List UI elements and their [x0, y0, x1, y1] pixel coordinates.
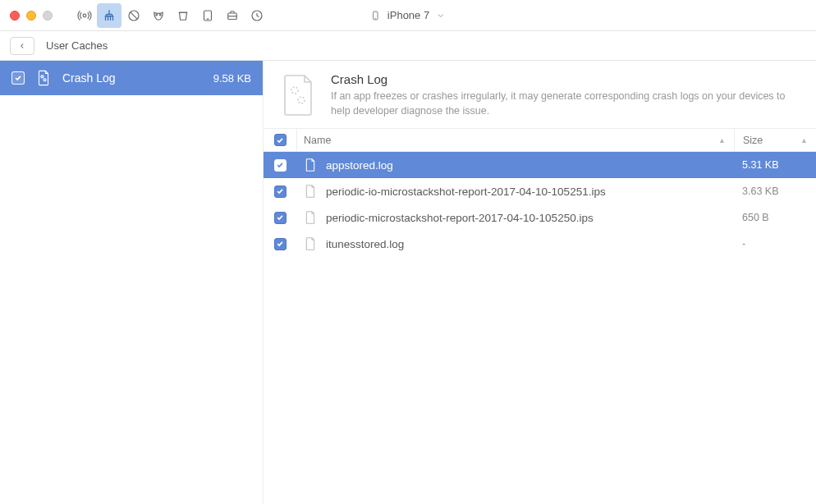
- file-size: 650 B: [734, 212, 816, 223]
- detail-title: Crash Log: [331, 72, 801, 86]
- svg-point-14: [291, 87, 298, 94]
- device-picker[interactable]: iPhone 7: [362, 5, 454, 26]
- svg-point-3: [156, 14, 158, 16]
- table-row[interactable]: periodic-microstackshot-report-2017-04-1…: [264, 204, 816, 231]
- block-icon[interactable]: [121, 3, 146, 28]
- column-header-size[interactable]: Size ▲: [734, 129, 816, 151]
- file-size: -: [734, 238, 816, 250]
- detail-description: If an app freezes or crashes irregularly…: [331, 89, 801, 118]
- broadcast-icon[interactable]: [72, 3, 97, 28]
- chevron-left-icon: [18, 42, 26, 50]
- sidebar-item-crash-log[interactable]: Crash Log 9.58 KB: [0, 61, 263, 95]
- row-checkbox[interactable]: [274, 159, 287, 172]
- table-row[interactable]: periodic-io-microstackshot-report-2017-0…: [264, 178, 816, 204]
- category-checkbox[interactable]: [11, 71, 25, 85]
- row-checkbox[interactable]: [274, 212, 287, 224]
- svg-point-13: [44, 79, 46, 81]
- toolbar: [72, 3, 269, 28]
- row-checkbox[interactable]: [274, 186, 287, 198]
- breadcrumb: User Caches: [0, 31, 816, 61]
- trash-icon[interactable]: [171, 3, 195, 28]
- svg-point-4: [160, 14, 162, 16]
- tablet-icon[interactable]: [195, 3, 220, 28]
- phone-icon: [370, 8, 381, 23]
- detail-header-icon: [278, 72, 318, 118]
- table-row[interactable]: itunesstored.log-: [264, 231, 816, 257]
- sort-asc-icon: ▲: [718, 136, 734, 144]
- file-name: appstored.log: [326, 159, 734, 172]
- chevron-down-icon: [436, 11, 446, 21]
- sort-asc-icon: ▲: [800, 136, 816, 144]
- select-all-checkbox[interactable]: [274, 134, 287, 146]
- file-icon: [303, 157, 318, 173]
- file-name: periodic-microstackshot-report-2017-04-1…: [326, 212, 734, 224]
- maximize-window-button[interactable]: [43, 11, 53, 21]
- table-body: appstored.log5.31 KBperiodic-io-microsta…: [264, 152, 816, 257]
- file-icon: [303, 209, 318, 226]
- main-area: Crash Log 9.58 KB Crash Log If an app fr…: [0, 61, 816, 504]
- content-pane: Crash Log If an app freezes or crashes i…: [263, 61, 816, 504]
- column-header-name[interactable]: Name ▲: [296, 129, 734, 151]
- minimize-window-button[interactable]: [26, 11, 36, 21]
- page-title: User Caches: [46, 39, 108, 52]
- row-checkbox[interactable]: [274, 238, 287, 250]
- window-controls: [10, 11, 53, 21]
- clean-icon[interactable]: [97, 3, 121, 28]
- svg-point-15: [298, 97, 305, 103]
- detail-header: Crash Log If an app freezes or crashes i…: [264, 61, 816, 129]
- sidebar-item-size: 9.58 KB: [213, 72, 251, 85]
- mask-icon[interactable]: [146, 3, 171, 28]
- file-icon: [303, 183, 318, 199]
- svg-point-0: [83, 14, 86, 17]
- close-window-button[interactable]: [10, 11, 20, 21]
- svg-line-2: [131, 11, 137, 18]
- history-icon[interactable]: [245, 3, 269, 28]
- table-row[interactable]: appstored.log5.31 KB: [264, 152, 816, 178]
- device-name: iPhone 7: [387, 9, 429, 21]
- sidebar: Crash Log 9.58 KB: [0, 61, 263, 504]
- file-name: periodic-io-microstackshot-report-2017-0…: [326, 186, 734, 198]
- file-size: 5.31 KB: [734, 159, 816, 171]
- briefcase-icon[interactable]: [220, 3, 245, 28]
- document-icon: [34, 69, 53, 87]
- svg-point-12: [41, 76, 44, 78]
- file-name: itunesstored.log: [326, 238, 734, 250]
- sidebar-item-label: Crash Log: [62, 71, 204, 85]
- titlebar: iPhone 7: [0, 0, 816, 31]
- file-icon: [303, 236, 318, 252]
- back-button[interactable]: [10, 37, 34, 55]
- file-size: 3.63 KB: [734, 186, 816, 197]
- table-header: Name ▲ Size ▲: [264, 129, 816, 152]
